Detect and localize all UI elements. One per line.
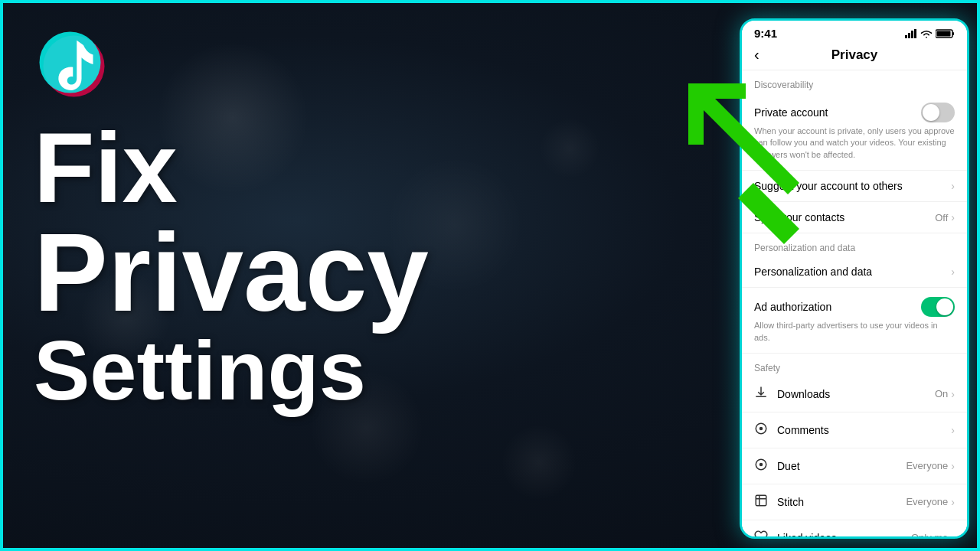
liked-videos-row[interactable]: Liked videos Only me › [742,520,967,536]
stitch-label: Stitch [777,496,906,508]
sync-contacts-value: Off [935,212,948,223]
left-content: Fix Privacy Settings [3,3,692,548]
stitch-row[interactable]: Stitch Everyone › [742,484,967,520]
overlay-line1: Fix [34,118,429,217]
status-icons [905,29,955,38]
svg-rect-15 [756,495,766,506]
liked-videos-label: Liked videos [777,532,911,536]
comments-row[interactable]: Comments › [742,412,967,448]
duet-value: Everyone [906,460,948,471]
stitch-value: Everyone [906,496,948,507]
stitch-icon [754,494,769,510]
ad-authorization-desc: Allow third-party advertisers to use you… [754,320,955,344]
svg-marker-2 [688,83,799,194]
green-arrow [677,76,830,267]
background: Fix Privacy Settings 9:41 [3,3,977,548]
comments-chevron: › [951,424,955,436]
downloads-chevron: › [951,388,955,400]
safety-header: Safety [742,354,967,377]
downloads-label: Downloads [777,388,935,400]
ad-authorization-toggle[interactable] [921,297,955,317]
svg-rect-4 [905,35,907,38]
private-account-toggle[interactable] [921,103,955,122]
downloads-value: On [935,388,948,399]
stitch-chevron: › [951,496,955,508]
duet-row[interactable]: Duet Everyone › [742,448,967,484]
overlay-line2: Privacy [34,217,429,328]
svg-rect-6 [911,31,913,38]
overlay-line3: Settings [34,328,429,412]
svg-rect-9 [952,32,954,35]
nav-title: Privacy [831,47,878,63]
duet-chevron: › [951,460,955,472]
comments-icon [754,422,769,439]
overlay-text: Fix Privacy Settings [34,118,429,412]
ad-authorization-row: Ad authorization Allow third-party adver… [742,288,967,354]
nav-bar: ‹ Privacy [742,43,967,70]
svg-point-12 [760,427,763,429]
liked-videos-chevron: › [951,532,955,536]
downloads-icon [754,386,769,403]
wifi-icon [920,29,933,38]
ad-authorization-label: Ad authorization [754,301,921,313]
battery-icon [936,29,955,38]
svg-rect-10 [937,31,951,36]
back-button[interactable]: ‹ [754,46,760,64]
tiktok-logo [34,26,118,110]
downloads-row[interactable]: Downloads On › [742,377,967,412]
svg-point-14 [760,463,763,465]
status-time: 9:41 [754,27,777,40]
personalization-data-chevron: › [951,266,955,278]
status-bar: 9:41 [742,21,967,43]
liked-videos-value: Only me [911,532,948,536]
signal-icon [905,29,917,38]
svg-rect-7 [914,29,916,38]
comments-label: Comments [777,424,951,436]
duet-label: Duet [777,460,906,472]
svg-rect-5 [908,33,910,38]
sync-contacts-chevron: › [951,211,955,223]
suggest-account-chevron: › [951,180,955,192]
duet-icon [754,458,769,474]
liked-videos-icon [754,530,769,536]
